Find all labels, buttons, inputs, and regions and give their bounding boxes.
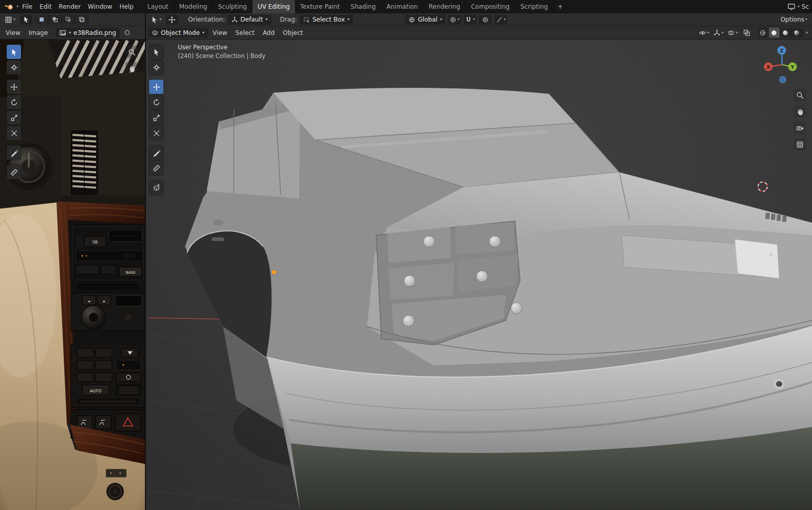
solid-sphere-icon [770, 29, 778, 36]
scene-selector[interactable]: ▾ Sc [787, 3, 809, 11]
uv-scale-tool[interactable] [7, 110, 21, 125]
topbar: ▾ File Edit Render Window Help Layout Mo… [0, 0, 812, 13]
workspace-tab-modeling[interactable]: Modeling [174, 0, 213, 13]
vp-menu-view[interactable]: View [209, 26, 231, 40]
drag-dropdown[interactable]: Select Box ▾ [300, 15, 353, 25]
uv-menu-image[interactable]: Image [25, 26, 51, 40]
workspace-tab-layout[interactable]: Layout [142, 0, 174, 13]
uv-menu-view[interactable]: View [2, 26, 24, 40]
zoom-icon [128, 48, 136, 56]
topbar-menu-edit[interactable]: Edit [36, 0, 55, 13]
topbar-menu-help[interactable]: Help [116, 0, 137, 13]
select-mode-intersect-button[interactable] [75, 15, 88, 25]
uv-pan-control[interactable] [125, 62, 138, 74]
uv-measure-tool[interactable] [7, 165, 21, 179]
workspace-tab-uv-editing[interactable]: UV Editing [252, 0, 295, 13]
active-tool-icon [151, 16, 158, 24]
select-extend-icon [52, 16, 58, 23]
select-mode-subtract-button[interactable] [62, 15, 75, 25]
pivot-point-button[interactable]: ▾ [448, 15, 461, 25]
image-datablock-selector[interactable]: ▾ e38Radio.png [56, 28, 120, 37]
chevron-down-icon: ▾ [440, 17, 442, 22]
show-gizmo-dropdown[interactable]: ▾ [712, 28, 725, 37]
image-icon [59, 29, 66, 36]
uv-select-mode-toggle [35, 15, 88, 25]
rendered-sphere-icon [793, 29, 800, 36]
xray-toggle-button[interactable] [741, 28, 753, 37]
vp-move-tool[interactable] [149, 80, 163, 94]
uv-rotate-tool[interactable] [7, 95, 21, 109]
blender-logo-icon[interactable] [3, 2, 15, 12]
topbar-menu-window[interactable]: Window [84, 0, 116, 13]
shading-solid-button[interactable] [769, 28, 780, 37]
workspace-tab-sculpting[interactable]: Sculpting [213, 0, 252, 13]
uv-cursor-tool[interactable] [7, 60, 21, 74]
uv-toolbar [7, 45, 21, 179]
workspace-tab-animation[interactable]: Animation [381, 0, 423, 13]
uv-editor-type-button[interactable]: ▾ [3, 15, 17, 25]
add-workspace-button[interactable]: + [553, 0, 567, 13]
vp-camera-view-control[interactable] [793, 122, 806, 134]
mode-dropdown[interactable]: Object Mode ▾ [148, 28, 208, 37]
shading-dropdown-chevron[interactable]: ▾ [806, 31, 808, 35]
uv-sidebar-collapse-arrow[interactable]: ‹ [141, 47, 144, 54]
vp-scale-tool[interactable] [149, 110, 163, 125]
snap-toggle-button[interactable]: ▾ [464, 15, 476, 25]
vp-add-cube-tool[interactable] [149, 180, 163, 195]
workspace-tab-texture-paint[interactable]: Texture Paint [295, 0, 345, 13]
uv-transform-tool[interactable] [7, 126, 21, 140]
navigation-gizmo[interactable]: X Y Z [761, 43, 804, 86]
vp-cursor-tool[interactable] [149, 60, 163, 74]
vp-3d-canvas[interactable]: User Perspective (240) Scene Collection … [146, 40, 812, 510]
chevron-down-icon: ▾ [202, 31, 205, 35]
shading-material-button[interactable] [780, 28, 791, 37]
gizmo-neg-z-axis[interactable] [780, 77, 786, 83]
vp-pan-control[interactable] [793, 105, 806, 118]
vp-menu-object[interactable]: Object [279, 26, 306, 40]
select-mode-extend-button[interactable] [48, 15, 62, 25]
topbar-menu-file[interactable]: File [19, 0, 36, 13]
vp-menu-select[interactable]: Select [232, 26, 258, 40]
topbar-menu-render[interactable]: Render [55, 0, 84, 13]
transform-tool-icon [153, 129, 160, 137]
vp-editor-type-button[interactable]: ▾ [149, 15, 163, 25]
workspace-tab-shading[interactable]: Shading [345, 0, 381, 13]
workspace-tab-compositing[interactable]: Compositing [466, 0, 515, 13]
shading-wireframe-button[interactable] [758, 28, 769, 37]
vp-tweak-tool[interactable] [149, 45, 163, 59]
proportional-falloff-button[interactable]: ▾ [494, 15, 507, 25]
transform-space-dropdown[interactable]: Global ▾ [405, 15, 446, 25]
uv-annotate-tool[interactable] [7, 145, 21, 160]
workspace-tab-scripting[interactable]: Scripting [515, 0, 553, 13]
shading-rendered-button[interactable] [791, 28, 803, 37]
options-button[interactable]: Options ▾ [779, 15, 809, 25]
image-pin-button[interactable] [121, 28, 134, 37]
uv-image-canvas[interactable]: SB BASS ◂ ▸ [0, 40, 145, 510]
box-select-icon [303, 16, 310, 23]
uv-move-tool[interactable] [7, 80, 21, 94]
vp-measure-tool[interactable] [149, 161, 163, 175]
object-visibility-dropdown[interactable]: ▾ [697, 28, 711, 37]
vp-menu-add[interactable]: Add [259, 26, 278, 40]
uv-zoom-control[interactable] [125, 46, 138, 58]
workspace-tab-rendering[interactable]: Rendering [423, 0, 466, 13]
vp-annotate-tool[interactable] [149, 145, 163, 160]
select-intersect-icon [79, 16, 85, 23]
select-mode-new-button[interactable] [35, 15, 48, 25]
proportional-edit-button[interactable] [479, 15, 492, 25]
chevron-down-icon: ▾ [722, 31, 724, 35]
uv-tweak-tool[interactable] [7, 45, 21, 59]
move-tool-icon [168, 16, 176, 24]
car-model[interactable] [185, 88, 812, 510]
vp-ortho-toggle-control[interactable] [793, 138, 806, 150]
overlays-dropdown[interactable]: ▾ [726, 28, 740, 37]
gizmo-y-label: Y [790, 65, 795, 70]
uv-active-tool-button[interactable] [20, 15, 32, 25]
vp-rotate-tool[interactable] [149, 95, 163, 109]
vp-zoom-control[interactable] [793, 89, 806, 101]
vp-transform-tool[interactable] [149, 126, 163, 140]
vp-active-tool-button[interactable] [165, 15, 178, 25]
drag-label: Drag: [280, 16, 297, 23]
orientation-dropdown[interactable]: Default ▾ [228, 15, 271, 25]
globe-icon [409, 16, 415, 23]
